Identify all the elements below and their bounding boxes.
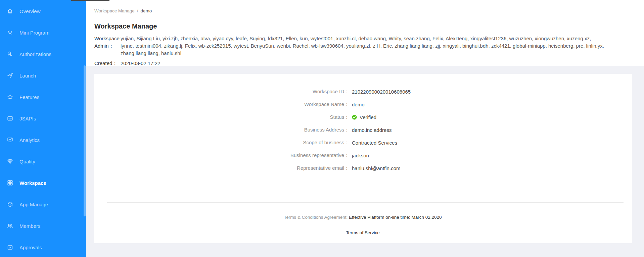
field-label: Business representative：: [94, 152, 349, 159]
field-row-status: Status：Verified: [94, 114, 632, 120]
workspace-admin-row: Workspace Admin： yujian, Sijiang Liu, yi…: [94, 35, 605, 57]
field-row-representative-email: Representative email：hanlu.shl@antfin.co…: [94, 165, 632, 171]
field-label: Scope of business：: [94, 140, 349, 146]
sidebar-item-authorizations[interactable]: Authorizations: [0, 43, 86, 65]
field-label: Business Address：: [94, 127, 349, 133]
field-label: Representative email：: [94, 165, 349, 171]
page-header: Workspace Manage/demo Workspace Manage W…: [86, 0, 644, 66]
field-value-text: demo: [352, 102, 365, 107]
field-label: Workspace ID：: [94, 89, 349, 95]
field-label: Workspace Name：: [94, 101, 349, 108]
field-value: jackson: [352, 153, 369, 158]
sidebar-item-label: Features: [19, 94, 39, 100]
sidebar-item-label: Analytics: [19, 137, 40, 143]
terms-agreement-value: Effective Platform on-line time: March 0…: [348, 215, 442, 220]
workspace-admin-value: yujian, Sijiang Liu, yixi.zjh, zhenxia, …: [121, 35, 605, 57]
sidebar-item-jsapis[interactable]: APIJSAPIs: [0, 108, 86, 129]
field-value-text: jackson: [352, 153, 369, 158]
terms-of-service-link[interactable]: Terms of Service: [346, 230, 380, 235]
field-value-text: Verified: [360, 114, 376, 120]
field-value: 210220900020010606065: [352, 89, 411, 95]
sidebar-scrollbar-thumb[interactable]: [84, 65, 86, 216]
top-edge-artifact: [71, 0, 109, 1]
sidebar-item-label: Authorizations: [19, 51, 51, 57]
card-divider: [107, 202, 624, 203]
sidebar-item-label: Launch: [19, 73, 36, 79]
cube-icon: [7, 201, 13, 208]
sidebar-item-label: Workspace: [19, 180, 46, 186]
sidebar-item-label: Mini Program: [19, 30, 49, 36]
user-check-icon: [7, 51, 13, 57]
field-label: Status：: [94, 114, 349, 120]
sidebar-item-launch[interactable]: Launch: [0, 65, 86, 86]
field-value: Verified: [352, 114, 376, 120]
svg-text:API: API: [9, 118, 11, 119]
field-value: demo.inc address: [352, 127, 392, 133]
sidebar-item-label: Members: [19, 223, 41, 229]
field-row-workspace-name: Workspace Name：demo: [94, 102, 632, 107]
created-label: Created：: [94, 60, 121, 67]
sidebar-item-members[interactable]: Members: [0, 215, 86, 237]
verified-icon: [352, 115, 357, 120]
sidebar-item-workspace[interactable]: Workspace: [0, 172, 86, 194]
workspace-detail-card: Workspace ID：210220900020010606065Worksp…: [94, 74, 632, 243]
breadcrumb-parent[interactable]: Workspace Manage: [94, 8, 135, 13]
terms-agreement-line: Terms & Conditions Agreement: Effective …: [94, 215, 632, 220]
analytics-chart-icon: [7, 137, 13, 143]
workspace-admin-label: Workspace Admin：: [94, 35, 121, 57]
sidebar-item-features[interactable]: Features: [0, 86, 86, 108]
sidebar-item-mini-program[interactable]: Mini Program: [0, 22, 86, 43]
field-row-scope-of-business: Scope of business：Contracted Services: [94, 140, 632, 145]
paper-plane-icon: [7, 72, 13, 79]
sidebar-item-app-manage[interactable]: App Manage: [0, 194, 86, 215]
field-row-business-address: Business Address：demo.inc address: [94, 127, 632, 133]
grid-icon: [7, 179, 13, 186]
sidebar: OverviewMini ProgramAuthorizationsLaunch…: [0, 0, 86, 257]
page-title: Workspace Manage: [94, 22, 605, 30]
field-value-text: hanlu.shl@antfin.com: [352, 165, 400, 171]
sidebar-item-overview[interactable]: Overview: [0, 0, 86, 22]
calendar-check-icon: [7, 244, 13, 251]
mini-program-icon: [7, 29, 13, 36]
terms-link-row: Terms of Service: [94, 229, 632, 236]
created-value: 2020-03-02 17:22: [121, 60, 160, 67]
star-icon: [7, 94, 13, 100]
sidebar-item-analytics[interactable]: Analytics: [0, 129, 86, 151]
breadcrumb: Workspace Manage/demo: [94, 0, 605, 13]
terms-agreement-label: Terms & Conditions Agreement:: [284, 215, 348, 220]
sidebar-item-label: Overview: [19, 8, 41, 14]
field-value-text: demo.inc address: [352, 127, 392, 133]
field-value: hanlu.shl@antfin.com: [352, 165, 400, 171]
field-value-text: 210220900020010606065: [352, 89, 411, 95]
home-icon: [7, 8, 13, 14]
sidebar-item-label: Quality: [19, 159, 35, 164]
field-value: Contracted Services: [352, 140, 397, 146]
sidebar-menu: OverviewMini ProgramAuthorizationsLaunch…: [0, 0, 86, 257]
field-row-business-representative: Business representative：jackson: [94, 153, 632, 158]
breadcrumb-current: demo: [141, 8, 152, 13]
gem-icon: [7, 158, 13, 165]
sidebar-item-label: Approvals: [19, 245, 42, 250]
sidebar-item-approvals[interactable]: Approvals: [0, 237, 86, 257]
breadcrumb-separator: /: [137, 8, 138, 13]
detail-fields: Workspace ID：210220900020010606065Worksp…: [94, 89, 632, 178]
created-row: Created： 2020-03-02 17:22: [94, 60, 605, 67]
field-value-text: Contracted Services: [352, 140, 397, 146]
sidebar-item-quality[interactable]: Quality: [0, 151, 86, 172]
sidebar-item-label: JSAPIs: [19, 116, 36, 121]
sidebar-item-label: App Manage: [19, 202, 48, 207]
members-icon: [7, 222, 13, 229]
field-row-workspace-id: Workspace ID：210220900020010606065: [94, 89, 632, 94]
main-content: Workspace Manage/demo Workspace Manage W…: [86, 0, 644, 257]
api-icon: API: [7, 115, 13, 122]
field-value: demo: [352, 102, 365, 107]
